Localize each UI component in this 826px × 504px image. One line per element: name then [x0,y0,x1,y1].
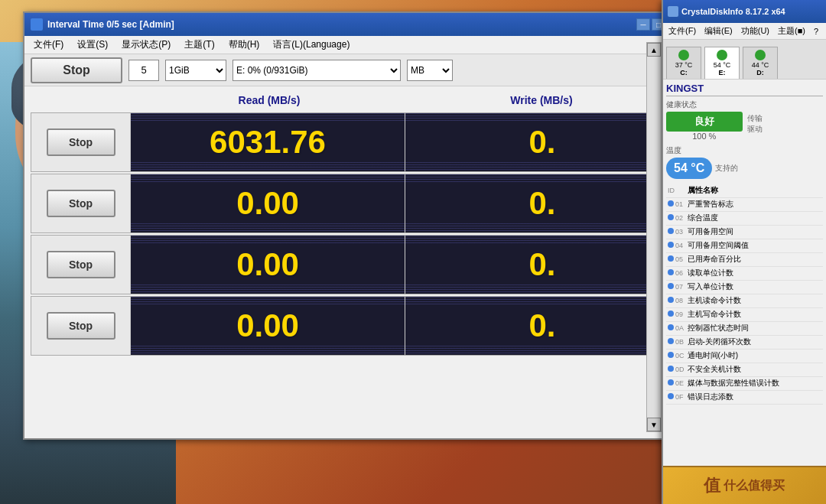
benchmark-toolbar: Stop 1GiB 512MiB 256MiB E: 0% (0/931GiB)… [24,54,687,86]
unit-select[interactable]: MB GB [407,60,453,81]
smart-row-0e: 0E 媒体与数据完整性错误计数 [666,376,823,390]
smart-attr-09: 主机写命令计数 [686,307,823,321]
benchmark-menubar: 文件(F) 设置(S) 显示状态(P) 主题(T) 帮助(H) 语言(L)(La… [24,36,687,54]
smart-attr-02: 综合温度 [686,211,823,225]
drive-select[interactable]: E: 0% (0/931GiB) [233,60,401,81]
scroll-up-button[interactable]: ▲ [647,43,661,57]
row3-write-value: 0. [405,236,680,294]
disk-d-temp: 44 °C [752,61,769,69]
smart-attr-01: 严重警告标志 [686,197,823,211]
temperature-badge: 54 °C [666,158,712,179]
disk-tab-d[interactable]: 44 °C D: [743,47,778,79]
smart-id-0b: 0B [666,335,686,349]
smart-id-04: 04 [666,239,686,252]
crystal-menu-file[interactable]: 文件(F) [665,24,700,37]
dot-0f [668,393,674,399]
minimize-button[interactable]: ─ [636,18,650,31]
temp-label: 温度 [666,145,823,156]
dot-07 [668,283,674,289]
scroll-bar[interactable]: ▲ ▼ [646,42,662,432]
dot-02 [668,214,674,220]
dot-0a [668,324,674,330]
crystaldisk-title: CrystalDiskInfo 8.17.2 x64 [681,7,785,16]
smart-id-0e: 0E [666,376,686,390]
stop-button-row4[interactable]: Stop [47,312,115,340]
row4-write-value: 0. [405,297,680,355]
row4-btn-cell: Stop [31,297,131,355]
smart-attr-0e: 媒体与数据完整性错误计数 [686,376,823,390]
health-status-box: 良好 100 % [666,112,743,141]
table-row: Stop 0.00 0. [31,296,681,356]
disk-tab-e[interactable]: 54 °C E: [704,47,740,79]
smart-row-04: 04 可用备用空间阈值 [666,239,823,252]
dot-0e [668,379,674,385]
dot-01 [668,200,674,206]
row4-read-value: 0.00 [131,297,405,355]
disk-tab-c[interactable]: 37 °C C: [666,47,701,79]
row1-read-value: 6031.76 [131,113,405,171]
crystaldisk-content: KINGST 健康状态 良好 100 % 传输 驱动 温度 54 °C 支持的 [663,80,826,408]
support-label: 支持的 [715,163,738,174]
app-icon [31,18,43,31]
dot-04 [668,242,674,248]
smart-attr-04: 可用备用空间阈值 [686,239,823,252]
results-header: Read (MB/s) Write (MB/s) [31,89,681,111]
crystal-menu-help[interactable]: ? [810,26,822,37]
dot-06 [668,269,674,275]
stop-button-main[interactable]: Stop [31,57,122,83]
crystal-menu-func[interactable]: 功能(U) [737,24,773,37]
row3-btn-cell: Stop [31,236,131,294]
smart-attr-05: 已用寿命百分比 [686,252,823,266]
smart-row-08: 08 主机读命令计数 [666,294,823,307]
smart-id-09: 09 [666,307,686,321]
table-row: Stop 0.00 0. [31,174,681,233]
disk-c-temp: 37 °C [675,61,693,69]
row2-write-value: 0. [405,174,680,232]
smart-row-0d: 0D 不安全关机计数 [666,363,823,376]
temp-section: 54 °C 支持的 [666,158,823,179]
menu-help[interactable]: 帮助(H) [223,37,266,53]
disk-d-status-dot [755,50,766,60]
row3-read-value: 0.00 [131,236,405,294]
row1-btn-cell: Stop [31,113,131,171]
crystaldisk-menubar: 文件(F) 编辑(E) 功能(U) 主题(■) ? [663,23,826,40]
health-section: 良好 100 % 传输 驱动 [666,112,823,141]
stop-button-row3[interactable]: Stop [47,251,115,278]
menu-file[interactable]: 文件(F) [28,37,70,53]
menu-settings[interactable]: 设置(S) [71,37,114,53]
watermark-text: 什么值得买 [724,478,785,494]
scroll-down-button[interactable]: ▼ [647,418,661,431]
benchmark-window: Interval Time 0/5 sec [Admin] ─ □ ✕ 文件(F… [23,11,688,440]
stop-button-row2[interactable]: Stop [47,190,115,217]
menu-language[interactable]: 语言(L)(Language) [267,37,356,53]
benchmark-titlebar: Interval Time 0/5 sec [Admin] ─ □ ✕ [24,13,687,36]
disk-c-status-dot [678,50,689,60]
smart-attr-header: 属性名称 [686,184,823,197]
disk-c-label: C: [680,69,688,76]
menu-theme[interactable]: 主题(T) [178,37,220,53]
header-read: Read (MB/s) [133,94,405,106]
row2-btn-cell: Stop [31,174,131,232]
menu-display[interactable]: 显示状态(P) [115,37,177,53]
size-select[interactable]: 1GiB 512MiB 256MiB [165,60,226,81]
disk-d-label: D: [756,69,764,76]
crystaldisk-icon [668,6,678,17]
smart-row-0b: 0B 启动-关闭循环次数 [666,335,823,349]
count-input[interactable] [128,60,159,81]
dot-03 [668,228,674,234]
crystal-menu-edit[interactable]: 编辑(E) [701,24,737,37]
dot-08 [668,297,674,303]
smart-id-0a: 0A [666,321,686,335]
crystaldisk-window: CrystalDiskInfo 8.17.2 x64 文件(F) 编辑(E) 功… [662,0,826,504]
dot-05 [668,255,674,262]
disk-e-label: E: [719,69,726,76]
stop-button-row1[interactable]: Stop [47,128,115,156]
smart-attr-0b: 启动-关闭循环次数 [686,335,823,349]
row2-read-value: 0.00 [131,174,405,232]
smart-row-05: 05 已用寿命百分比 [666,252,823,266]
smart-id-0d: 0D [666,363,686,376]
table-row: Stop 6031.76 0. [31,112,681,172]
crystal-menu-theme[interactable]: 主题(■) [774,24,809,37]
table-row: Stop 0.00 0. [31,235,681,294]
disk-name: KINGST [666,83,823,96]
